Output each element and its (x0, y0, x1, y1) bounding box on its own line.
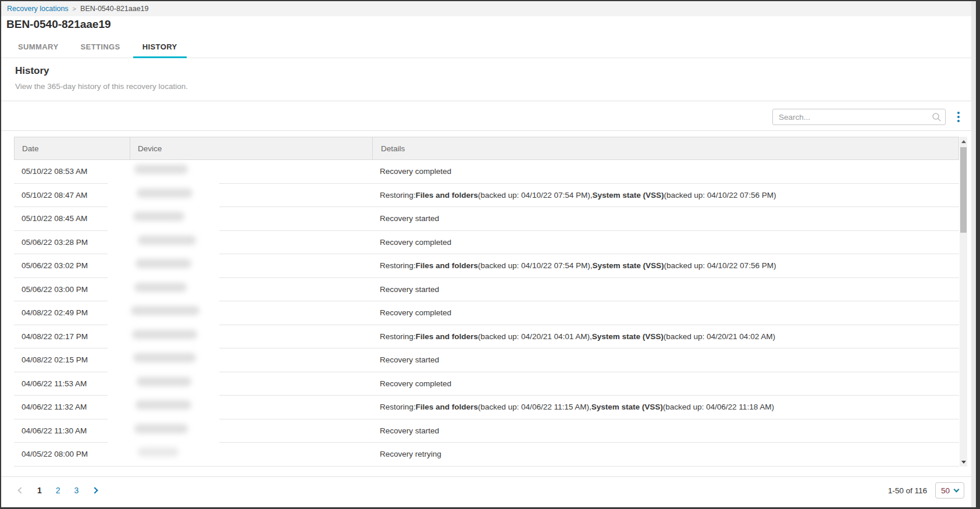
row-details: Recovery retrying (372, 443, 959, 466)
column-header-details[interactable]: Details (372, 137, 958, 159)
row-details: Recovery completed (372, 372, 959, 396)
chevron-down-icon (954, 486, 960, 492)
range-label: 1-50 of 116 (888, 486, 927, 495)
redacted-device-blob (138, 447, 179, 457)
next-page-icon[interactable] (92, 487, 98, 493)
redacted-device-blob (137, 377, 191, 386)
redacted-device-blob (134, 165, 188, 174)
breadcrumb: Recovery locations > BEN-0540-821aae19 (1, 1, 971, 16)
row-details: Restoring: Files and folders (backed up:… (372, 396, 959, 419)
row-details: Recovery started (372, 348, 959, 372)
redacted-device-blob (136, 400, 191, 410)
redaction-overlay (108, 162, 219, 460)
pagination-controls: 1 2 3 (19, 477, 97, 504)
scrollbar-thumb[interactable] (960, 147, 967, 233)
page-number-1[interactable]: 1 (37, 486, 42, 495)
tab-history[interactable]: HISTORY (133, 36, 187, 58)
page-size-select[interactable]: 50 (935, 482, 964, 499)
page-number-2[interactable]: 2 (56, 486, 60, 495)
row-details: Recovery started (372, 419, 959, 443)
divider-top (1, 101, 971, 101)
pagination-bar: 1 2 3 1-50 of 116 50 (1, 476, 971, 503)
redacted-device-blob (133, 353, 196, 362)
search-input[interactable] (772, 109, 946, 125)
row-details: Recovery started (372, 207, 959, 230)
section-subtitle: View the 365-day history of this recover… (15, 82, 188, 91)
redacted-device-blob (136, 259, 191, 268)
redacted-device-blob (131, 306, 199, 315)
page-number-3[interactable]: 3 (74, 486, 79, 495)
page-size-value: 50 (941, 486, 950, 495)
scroll-down-icon[interactable] (960, 458, 967, 466)
redacted-device-blob (133, 212, 184, 221)
redacted-device-blob (134, 424, 188, 433)
page-title: BEN-0540-821aae19 (6, 18, 111, 31)
pagination-summary: 1-50 of 116 50 (888, 477, 964, 504)
redacted-device-blob (132, 330, 197, 339)
row-details: Recovery completed (372, 231, 959, 254)
row-details: Recovery completed (372, 160, 959, 183)
breadcrumb-link-recovery-locations[interactable]: Recovery locations (7, 5, 69, 13)
section-title: History (15, 65, 49, 77)
row-details: Recovery started (372, 278, 959, 301)
divider-toolbar (1, 130, 971, 131)
breadcrumb-current: BEN-0540-821aae19 (80, 5, 148, 13)
tab-summary[interactable]: SUMMARY (9, 36, 67, 58)
row-details: Recovery completed (372, 301, 959, 325)
tab-settings[interactable]: SETTINGS (71, 36, 129, 58)
prev-page-icon[interactable] (17, 487, 24, 493)
row-details: Restoring: Files and folders (backed up:… (372, 325, 959, 348)
search-box (772, 109, 946, 125)
breadcrumb-separator: > (73, 5, 76, 12)
kebab-menu-icon[interactable] (954, 110, 963, 124)
redacted-device-blob (137, 188, 193, 198)
scroll-up-icon[interactable] (960, 137, 967, 145)
page-scroll-gutter[interactable] (971, 1, 976, 507)
tab-bar: SUMMARY SETTINGS HISTORY (1, 36, 971, 58)
table-header: Date Device Details (14, 137, 959, 160)
redacted-device-blob (138, 236, 196, 245)
column-header-device[interactable]: Device (130, 137, 372, 159)
redacted-device-blob (134, 283, 187, 292)
table-scrollbar[interactable] (960, 137, 967, 467)
search-icon (932, 112, 941, 122)
row-details: Restoring: Files and folders (backed up:… (372, 254, 959, 277)
row-details: Restoring: Files and folders (backed up:… (372, 184, 959, 207)
column-header-date[interactable]: Date (15, 137, 130, 159)
app-window: Recovery locations > BEN-0540-821aae19 B… (0, 0, 980, 509)
